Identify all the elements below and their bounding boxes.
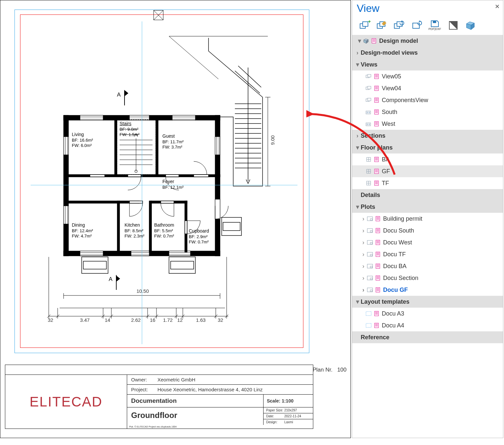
plot-icon bbox=[367, 251, 373, 258]
plot-icon bbox=[367, 263, 373, 269]
svg-rect-183 bbox=[375, 181, 378, 185]
node-south[interactable]: South bbox=[352, 106, 503, 118]
node-layout-templates[interactable]: ▾Layout templates bbox=[352, 296, 503, 308]
date-value: 2022-11-24 bbox=[284, 414, 301, 418]
svg-rect-195 bbox=[376, 228, 380, 233]
node-plots[interactable]: ▾Plots bbox=[352, 201, 503, 213]
papersize-label: Paper Size: bbox=[266, 408, 284, 412]
node-componentsview[interactable]: ComponentsView bbox=[352, 94, 503, 106]
drawing-canvas[interactable]: Living BF: 16.6m²FW: 6.0m² Stairs BF: 9.… bbox=[0, 0, 351, 438]
contrast-icon[interactable] bbox=[447, 19, 460, 32]
svg-rect-124 bbox=[397, 22, 402, 26]
node-docu-ba[interactable]: ›Docu BA bbox=[352, 260, 503, 272]
node-west[interactable]: West bbox=[352, 118, 503, 130]
list-icon bbox=[373, 85, 380, 92]
view-tree[interactable]: ▾ Design model ›Design-model views ▾View… bbox=[352, 35, 503, 343]
list-icon bbox=[375, 251, 381, 258]
save-pdf-dxf-icon[interactable]: PDF|DXF bbox=[427, 19, 442, 32]
node-docu-south[interactable]: ›Docu South bbox=[352, 225, 503, 236]
plot-icon bbox=[367, 227, 373, 234]
dim-bottom-ticks bbox=[31, 21, 297, 344]
node-docu-section[interactable]: ›Docu Section bbox=[352, 272, 503, 284]
view-icon bbox=[365, 85, 372, 92]
list-icon bbox=[373, 310, 380, 317]
list-icon bbox=[373, 168, 380, 175]
node-docu-a3[interactable]: Docu A3 bbox=[352, 308, 503, 320]
svg-rect-213 bbox=[376, 264, 380, 268]
svg-rect-201 bbox=[376, 240, 380, 245]
svg-rect-162 bbox=[375, 122, 378, 126]
svg-rect-207 bbox=[376, 252, 380, 257]
svg-rect-161 bbox=[369, 124, 370, 125]
refresh-all-icon[interactable] bbox=[410, 19, 423, 32]
node-floor-plans[interactable]: ▾Floor plans bbox=[352, 142, 503, 153]
documentation-label: Documentation bbox=[127, 395, 264, 407]
svg-rect-230 bbox=[375, 311, 378, 316]
project-value: House Xeometric, Hamoderstrasse 4, 4020 … bbox=[157, 387, 263, 392]
node-design-model-views[interactable]: ›Design-model views bbox=[352, 47, 503, 59]
node-details[interactable]: ›Details bbox=[352, 189, 503, 201]
svg-rect-126 bbox=[413, 23, 419, 28]
design-value: Laxmi bbox=[284, 420, 293, 424]
panel-title: View bbox=[352, 0, 503, 16]
node-docu-tf[interactable]: ›Docu TF bbox=[352, 248, 503, 260]
svg-rect-160 bbox=[367, 124, 368, 125]
svg-rect-235 bbox=[375, 323, 378, 328]
list-icon bbox=[373, 322, 380, 329]
node-ba[interactable]: BA bbox=[352, 153, 503, 165]
node-docu-a4[interactable]: Docu A4 bbox=[352, 320, 503, 331]
list-icon bbox=[373, 109, 380, 115]
plan-nr: Plan Nr. 100 bbox=[313, 367, 347, 373]
titleblock: ELITECAD Owner:Xeometric GmbH Project:Ho… bbox=[5, 365, 313, 429]
node-tf[interactable]: TF bbox=[352, 177, 503, 189]
node-docu-west[interactable]: ›Docu West bbox=[352, 236, 503, 248]
list-icon bbox=[373, 97, 380, 103]
list-icon bbox=[373, 156, 380, 163]
list-icon bbox=[375, 275, 381, 281]
floor-label: Groundfloor bbox=[127, 407, 264, 425]
view-icon bbox=[365, 97, 372, 103]
svg-rect-229 bbox=[366, 312, 371, 316]
north-marker bbox=[154, 10, 163, 20]
new-view-icon[interactable]: + bbox=[359, 19, 371, 32]
node-view04[interactable]: View04 bbox=[352, 82, 503, 94]
node-docu-gf[interactable]: ›Docu GF bbox=[352, 284, 503, 296]
design-label: Design: bbox=[266, 420, 284, 424]
list-icon bbox=[375, 263, 381, 269]
svg-rect-225 bbox=[376, 288, 380, 292]
floor-plan-stage: Living BF: 16.6m²FW: 6.0m² Stairs BF: 9.… bbox=[31, 21, 297, 344]
refresh-view-icon[interactable] bbox=[393, 19, 406, 32]
close-icon[interactable]: ✕ bbox=[495, 3, 500, 10]
plot-icon bbox=[367, 239, 373, 246]
svg-rect-155 bbox=[375, 110, 378, 114]
owner-label: Owner: bbox=[131, 377, 157, 382]
node-views[interactable]: ▾Views bbox=[352, 59, 503, 70]
node-view05[interactable]: View05 bbox=[352, 70, 503, 82]
svg-rect-130 bbox=[372, 39, 376, 43]
list-icon bbox=[375, 227, 381, 234]
edit-view-icon[interactable] bbox=[376, 19, 388, 32]
owner-value: Xeometric GmbH bbox=[157, 377, 195, 382]
model-3d-icon[interactable] bbox=[464, 19, 477, 32]
list-icon bbox=[373, 121, 380, 127]
plot-icon bbox=[367, 275, 373, 281]
node-building-permit[interactable]: ›Building permit bbox=[352, 213, 503, 225]
scale-value: 1:100 bbox=[282, 398, 294, 403]
svg-text:+: + bbox=[368, 20, 371, 24]
project-label: Project: bbox=[131, 387, 157, 392]
list-icon bbox=[375, 287, 381, 293]
node-design-model[interactable]: ▾ Design model bbox=[352, 35, 503, 47]
view-icon bbox=[365, 73, 372, 80]
node-gf[interactable]: GF bbox=[352, 165, 503, 177]
node-sections[interactable]: ›Sections bbox=[352, 130, 503, 142]
svg-rect-119 bbox=[363, 22, 368, 26]
plan-icon bbox=[365, 168, 372, 175]
svg-rect-169 bbox=[375, 157, 378, 162]
template-icon bbox=[365, 322, 372, 329]
plot-icon bbox=[367, 287, 373, 293]
node-reference[interactable]: ›Reference bbox=[352, 331, 503, 343]
list-icon bbox=[371, 38, 377, 44]
list-icon bbox=[375, 215, 381, 222]
svg-rect-148 bbox=[375, 98, 378, 102]
elevation-icon bbox=[365, 109, 372, 115]
